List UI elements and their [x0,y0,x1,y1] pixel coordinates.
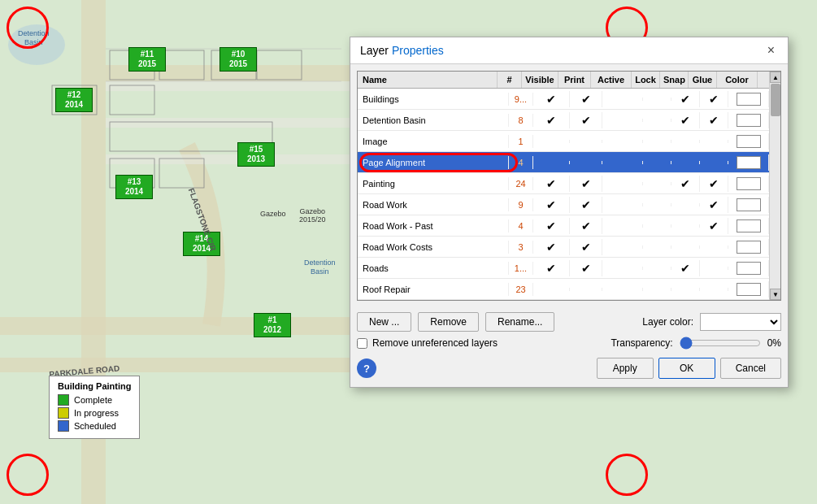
row-lock[interactable] [643,203,671,206]
help-button[interactable]: ? [357,358,376,378]
remove-button[interactable]: Remove [418,312,479,332]
table-row[interactable]: Image 1 [358,131,769,152]
row-print[interactable] [570,161,602,164]
row-glue[interactable] [700,245,728,249]
table-row[interactable]: Roof Repair 23 [358,279,769,300]
row-snap[interactable]: ✔ [671,260,700,276]
layer-properties-dialog: Layer Properties × Name # Visible Print … [350,37,789,388]
row-visible[interactable] [533,140,570,143]
apply-button[interactable]: Apply [597,358,654,379]
row-print[interactable]: ✔ [570,218,602,234]
svg-rect-6 [106,154,350,164]
row-print[interactable]: ✔ [570,239,602,255]
row-print[interactable]: ✔ [570,112,602,128]
corner-bl-circle [7,454,49,496]
row-active[interactable] [602,203,643,206]
table-row[interactable]: Page Alignment 4 [358,152,769,173]
row-snap[interactable]: ✔ [671,176,700,192]
new-button[interactable]: New ... [357,312,411,332]
legend: Building Painting Complete In progress S… [49,376,140,439]
scroll-down-btn[interactable]: ▼ [770,289,781,300]
row-active[interactable] [602,161,643,164]
row-visible[interactable] [533,161,570,164]
transparency-slider[interactable] [680,337,761,350]
close-button[interactable]: × [764,44,778,57]
row-glue[interactable] [700,288,728,291]
remove-unreferenced-checkbox[interactable] [357,338,367,349]
row-print[interactable] [570,140,602,143]
row-glue[interactable] [700,140,728,143]
table-row[interactable]: Detention Basin 8 ✔ ✔ ✔ ✔ [358,110,769,131]
row-active[interactable] [602,98,643,101]
row-lock[interactable] [643,224,671,228]
row-lock[interactable] [643,161,671,164]
row-snap[interactable] [671,224,700,228]
table-row[interactable]: Road Work Costs 3 ✔ ✔ [358,237,769,258]
row-visible[interactable]: ✔ [533,112,570,128]
row-glue[interactable]: ✔ [700,176,728,192]
row-visible[interactable]: ✔ [533,239,570,255]
row-glue[interactable] [700,267,728,270]
cancel-button[interactable]: Cancel [720,358,781,379]
table-row[interactable]: Roads 1... ✔ ✔ ✔ [358,258,769,279]
row-snap[interactable] [671,245,700,249]
row-snap[interactable] [671,288,700,291]
dialog-title-main: Layer [360,44,392,57]
remove-unreferenced-label[interactable]: Remove unreferenced layers [357,337,498,349]
row-snap[interactable]: ✔ [671,91,700,107]
row-active[interactable] [602,267,643,270]
table-row[interactable]: Buildings 9... ✔ ✔ ✔ ✔ [358,89,769,110]
scroll-thumb[interactable] [771,84,780,116]
rename-button[interactable]: Rename... [485,312,554,332]
row-active[interactable] [602,245,643,249]
row-visible[interactable]: ✔ [533,176,570,192]
table-row[interactable]: Road Work - Past 4 ✔ ✔ ✔ [358,215,769,237]
row-lock[interactable] [643,267,671,270]
row-visible[interactable]: ✔ [533,218,570,234]
row-active[interactable] [602,182,643,185]
row-active[interactable] [602,119,643,122]
row-glue[interactable]: ✔ [700,218,728,234]
scroll-up-btn[interactable]: ▲ [770,72,781,83]
row-print[interactable]: ✔ [570,91,602,107]
row-glue[interactable]: ✔ [700,197,728,213]
row-name: Roads [358,262,509,275]
row-visible[interactable]: ✔ [533,260,570,276]
row-print[interactable]: ✔ [570,197,602,213]
row-active[interactable] [602,140,643,143]
row-lock[interactable] [643,119,671,122]
row-lock[interactable] [643,288,671,291]
row-print[interactable]: ✔ [570,260,602,276]
row-print[interactable]: ✔ [570,176,602,192]
row-lock[interactable] [643,140,671,143]
row-visible[interactable]: ✔ [533,197,570,213]
row-snap[interactable] [671,140,700,143]
row-snap[interactable]: ✔ [671,112,700,128]
building-11: #112015 [128,47,166,72]
row-snap[interactable] [671,161,700,164]
row-lock[interactable] [643,245,671,249]
dialog-title-highlight: Properties [392,44,444,57]
row-visible[interactable] [533,288,570,291]
layer-color-select[interactable] [700,313,781,331]
table-row[interactable]: Road Work 9 ✔ ✔ ✔ [358,194,769,215]
transparency-row: Transparency: 0% [611,337,781,350]
row-active[interactable] [602,224,643,228]
row-lock[interactable] [643,98,671,101]
row-visible[interactable]: ✔ [533,91,570,107]
row-active[interactable] [602,288,643,291]
row-snap[interactable] [671,203,700,206]
row-glue[interactable] [700,161,728,164]
table-body[interactable]: Buildings 9... ✔ ✔ ✔ ✔ Detention Basin 8… [358,89,769,300]
building-12: #122014 [55,88,93,112]
row-print[interactable] [570,288,602,291]
row-name: Page Alignment [358,156,509,169]
table-scrollbar[interactable]: ▲ ▼ [769,72,780,300]
row-num: 3 [509,241,533,254]
row-glue[interactable]: ✔ [700,112,728,128]
row-lock[interactable] [643,182,671,185]
row-glue[interactable]: ✔ [700,91,728,107]
table-row[interactable]: Painting 24 ✔ ✔ ✔ ✔ [358,173,769,194]
ok-button[interactable]: OK [658,358,715,379]
row-color [728,112,769,128]
